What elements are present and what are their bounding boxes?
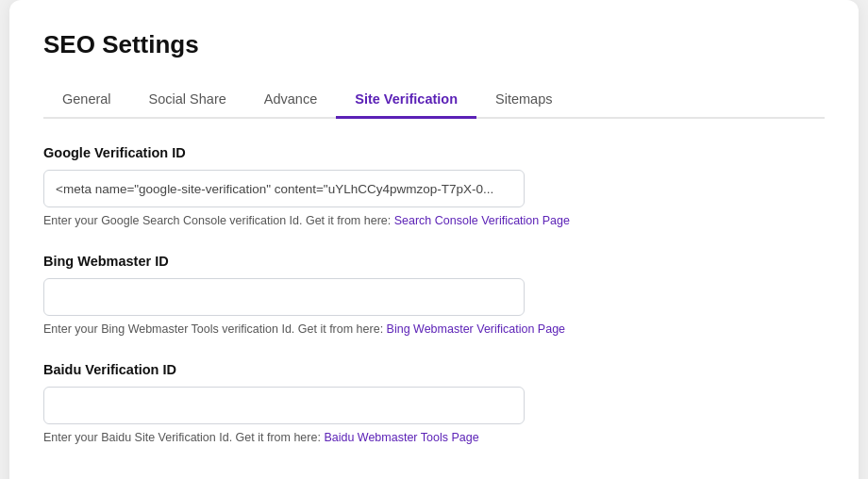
google-help-link[interactable]: Search Console Verification Page xyxy=(394,214,570,227)
tab-site-verification[interactable]: Site Verification xyxy=(336,82,476,119)
tab-general[interactable]: General xyxy=(43,82,130,119)
page-title: SEO Settings xyxy=(43,30,825,59)
settings-card: SEO Settings General Social Share Advanc… xyxy=(9,0,859,479)
baidu-help-text: Enter your Baidu Site Verification Id. G… xyxy=(43,431,825,444)
bing-webmaster-section: Bing Webmaster ID Enter your Bing Webmas… xyxy=(43,254,825,336)
tab-advance[interactable]: Advance xyxy=(245,82,336,119)
bing-help-text: Enter your Bing Webmaster Tools verifica… xyxy=(43,322,825,336)
baidu-verification-input[interactable] xyxy=(43,387,525,424)
google-field-label: Google Verification ID xyxy=(43,145,825,160)
tab-sitemaps[interactable]: Sitemaps xyxy=(476,82,571,119)
baidu-field-label: Baidu Verification ID xyxy=(43,362,825,377)
baidu-help-link[interactable]: Baidu Webmaster Tools Page xyxy=(324,431,478,444)
baidu-verification-section: Baidu Verification ID Enter your Baidu S… xyxy=(43,362,825,444)
google-help-text: Enter your Google Search Console verific… xyxy=(43,214,825,227)
google-verification-input[interactable] xyxy=(43,170,525,207)
bing-webmaster-input[interactable] xyxy=(43,278,525,316)
tab-social-share[interactable]: Social Share xyxy=(130,82,245,119)
bing-field-label: Bing Webmaster ID xyxy=(43,254,825,269)
bing-help-link[interactable]: Bing Webmaster Verification Page xyxy=(387,322,565,336)
google-verification-section: Google Verification ID Enter your Google… xyxy=(43,145,825,227)
tab-bar: General Social Share Advance Site Verifi… xyxy=(43,82,825,119)
